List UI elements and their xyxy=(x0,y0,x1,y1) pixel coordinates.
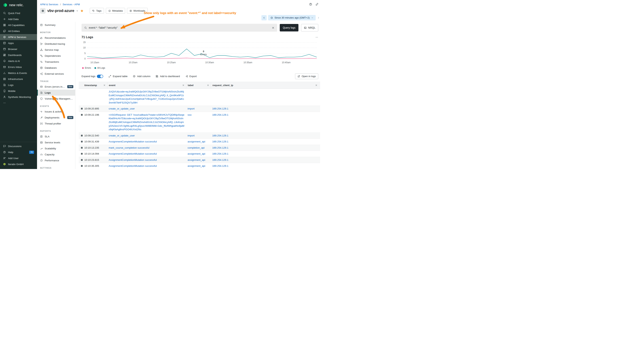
logs-query-input[interactable]: event:* -"label":"security" xyxy=(82,24,277,32)
column-header-label[interactable]: label xyxy=(186,82,211,89)
log-ip-link[interactable]: 169.254.129.1 xyxy=(212,134,228,137)
column-header-request_client_ip[interactable]: request_client_ip xyxy=(211,82,320,89)
subnav-item-distributed-tracing[interactable]: Distributed tracing xyxy=(37,41,75,47)
breadcrumb-services-apm[interactable]: Services - APM xyxy=(63,3,80,6)
remove-column-icon[interactable] xyxy=(103,84,106,87)
remove-column-icon[interactable] xyxy=(315,84,318,87)
permalink-button[interactable] xyxy=(315,3,319,6)
log-row[interactable]: 10:09:31.439AssignmentCompletionMutation… xyxy=(79,139,320,145)
log-label-link[interactable]: import xyxy=(188,107,195,110)
sidebar-item-quick-find[interactable]: Quick Find xyxy=(0,10,37,16)
subnav-item-service-map[interactable]: Service map xyxy=(37,47,75,53)
row-collapse-square[interactable] xyxy=(81,108,83,110)
row-toggle[interactable] xyxy=(79,139,84,144)
open-in-logs-button[interactable]: Open in logs xyxy=(295,73,318,79)
sidebar-item-metrics-events[interactable]: Metrics & Events xyxy=(0,70,37,76)
subnav-item-summary[interactable]: Summary xyxy=(37,22,75,28)
header-button-workloads[interactable]: Workloads xyxy=(127,8,148,14)
log-event-link[interactable]: JUQVU&code=eyJraWQiOiJjcGltY29yZV8wOTl1M… xyxy=(109,90,184,104)
log-row[interactable]: 10:09:22.540create_or_update_userimport1… xyxy=(79,133,320,139)
subnav-item-external-services[interactable]: External services xyxy=(37,71,75,77)
sidebar-item-iterativ-gmbh[interactable]: Iterativ GmbH xyxy=(0,161,37,167)
legend-all-logs[interactable]: All Logs xyxy=(94,67,105,69)
row-toggle[interactable] xyxy=(79,112,84,117)
log-row[interactable]: JUQVU&code=eyJraWQiOiJjcGltY29yZV8wOTl1M… xyxy=(79,89,320,106)
subnav-item-recommendations[interactable]: Recommendations xyxy=(37,35,75,41)
remove-column-icon[interactable] xyxy=(182,84,184,87)
log-label-link[interactable]: import xyxy=(188,134,195,137)
sidebar-item-dashboards[interactable]: Dashboards xyxy=(0,52,37,58)
row-toggle[interactable] xyxy=(79,106,84,111)
sidebar-item-infrastructure[interactable]: Infrastructure xyxy=(0,76,37,82)
log-event-link[interactable]: AssignmentCompletionMutation successful xyxy=(109,165,157,167)
subnav-item-service-levels[interactable]: Service levels xyxy=(37,139,75,145)
favorite-star-icon[interactable] xyxy=(80,9,84,13)
log-ip-link[interactable]: 169.254.129.1 xyxy=(212,165,228,167)
clear-query-icon[interactable] xyxy=(272,26,274,29)
row-collapse-square[interactable] xyxy=(81,141,83,142)
sidebar-item-apm-services[interactable]: APM & Services xyxy=(0,34,37,40)
log-event-link[interactable]: mark_course_completion successful xyxy=(109,146,150,149)
subnav-item-thread-profiler[interactable]: Thread profiler xyxy=(37,121,75,127)
log-row[interactable]: 10:10:14.094AssignmentCompletionMutation… xyxy=(79,151,320,157)
sidebar-item-alerts-ai[interactable]: Alerts & AI xyxy=(0,58,37,64)
log-ip-link[interactable]: 169.254.129.1 xyxy=(212,107,228,110)
row-toggle[interactable] xyxy=(79,89,84,94)
subnav-item-errors-inbox[interactable]: Errors (errors inb...New xyxy=(37,84,75,90)
log-event-link[interactable]: AssignmentCompletionMutation successful xyxy=(109,140,157,143)
subnav-item-performance[interactable]: Performance xyxy=(37,157,75,163)
header-button-metadata[interactable]: Metadata xyxy=(106,8,125,14)
sidebar-item-more[interactable] xyxy=(0,100,37,106)
brand-logo[interactable]: new relic. xyxy=(0,0,37,10)
log-label-link[interactable]: sso xyxy=(188,113,192,116)
log-row[interactable]: 10:09:20.895create_or_update_userimport1… xyxy=(79,106,320,112)
query-logs-button[interactable]: Query logs xyxy=(280,24,298,32)
log-ip-link[interactable]: 169.254.129.1 xyxy=(212,159,228,161)
log-label-link[interactable]: assignment_api xyxy=(188,152,205,155)
header-button-tags[interactable]: Tags xyxy=(90,8,104,14)
subnav-item-issues-activity[interactable]: Issues & activity xyxy=(37,109,75,115)
subnav-item-logs[interactable]: Logs xyxy=(37,90,75,96)
time-forward-button[interactable] xyxy=(317,17,320,19)
row-collapse-square[interactable] xyxy=(81,135,83,136)
sidebar-item-add-user[interactable]: Add User xyxy=(0,155,37,161)
help-button[interactable] xyxy=(309,3,312,6)
add-to-dashboard-button[interactable]: Add to dashboard xyxy=(156,75,180,78)
row-toggle[interactable] xyxy=(79,145,84,150)
log-event-link[interactable]: AssignmentCompletionMutation successful xyxy=(109,159,157,161)
log-row[interactable]: 10:10:13.235mark_course_completion succe… xyxy=(79,145,320,151)
log-ip-link[interactable]: 169.254.129.1 xyxy=(212,146,228,149)
panel-menu-button[interactable] xyxy=(315,36,318,39)
log-event-link[interactable]: create_or_update_user xyxy=(109,134,135,137)
log-event-link[interactable]: AssignmentCompletionMutation successful xyxy=(109,152,157,155)
subnav-item-capacity[interactable]: Capacity xyxy=(37,151,75,157)
log-ip-link[interactable]: 169.254.129.1 xyxy=(212,152,228,155)
sidebar-item-apps[interactable]: Apps xyxy=(0,40,37,46)
row-collapse-square[interactable] xyxy=(81,153,83,155)
sidebar-item-errors-inbox[interactable]: Errors Inbox xyxy=(0,64,37,70)
log-label-link[interactable]: assignment_api xyxy=(188,140,205,143)
log-ip-link[interactable]: 169.254.129.1 xyxy=(212,113,228,116)
row-toggle[interactable] xyxy=(79,157,84,162)
legend-errors[interactable]: Errors xyxy=(82,67,91,69)
remove-column-icon[interactable] xyxy=(207,84,209,87)
column-header-event[interactable]: event xyxy=(107,82,186,89)
row-toggle[interactable] xyxy=(79,133,84,138)
log-row[interactable]: 10:10:23.815AssignmentCompletionMutation… xyxy=(79,157,320,163)
sidebar-item-logs[interactable]: Logs xyxy=(0,82,37,88)
log-label-link[interactable]: assignment_api xyxy=(188,159,205,161)
subnav-item-scalability[interactable]: Scalability xyxy=(37,145,75,151)
row-collapse-square[interactable] xyxy=(81,147,83,149)
row-collapse-square[interactable] xyxy=(81,165,83,167)
subnav-item-deployments[interactable]: DeploymentsNew xyxy=(37,115,75,121)
log-event-link[interactable]: create_or_update_user xyxy=(109,107,135,110)
nrql-button[interactable]: NRQL xyxy=(301,24,318,32)
subnav-item-databases[interactable]: Databases xyxy=(37,65,75,71)
log-row[interactable]: 10:10:35.305AssignmentCompletionMutation… xyxy=(79,163,320,169)
export-button[interactable]: Export xyxy=(185,75,197,78)
sidebar-item-discussions[interactable]: Discussions xyxy=(0,143,37,149)
expand-table-button[interactable]: Expand table xyxy=(108,75,128,78)
log-label-link[interactable]: completion_api xyxy=(188,146,204,149)
time-back-button[interactable] xyxy=(262,15,267,21)
subnav-item-vulnerability-management[interactable]: Vulnerability Management xyxy=(37,96,75,102)
